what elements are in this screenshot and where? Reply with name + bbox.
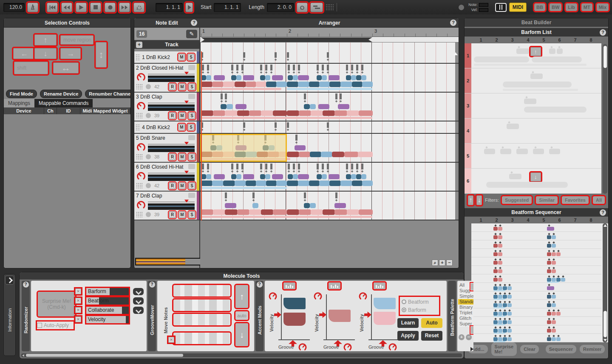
note-pill[interactable] (236, 174, 241, 179)
note-bar[interactable] (309, 82, 320, 87)
note-bar[interactable] (359, 110, 373, 116)
note-pill[interactable] (214, 174, 225, 179)
slider-marker[interactable] (184, 171, 189, 174)
loop-range-row[interactable] (200, 37, 459, 42)
track-options-button[interactable] (188, 193, 195, 198)
minimap-thumb[interactable] (136, 259, 185, 265)
arrangement-minimap[interactable] (135, 258, 207, 265)
note-tick[interactable] (322, 164, 324, 172)
beatform-icon-blue4[interactable] (493, 327, 512, 333)
note-bar[interactable] (299, 152, 310, 157)
track-options-button[interactable] (188, 164, 195, 169)
expand-vertical-button[interactable]: ↕ (96, 42, 107, 68)
note-pill[interactable] (265, 75, 270, 80)
track-mute-button[interactable]: M (179, 154, 185, 160)
slider-marker[interactable] (184, 200, 189, 203)
track-record-button[interactable]: R (169, 84, 176, 90)
loop-jump-button[interactable] (133, 3, 144, 12)
randomizer-slider-barform[interactable]: Barform (86, 288, 129, 295)
sequencer-row-6[interactable] (471, 266, 601, 274)
note-tick[interactable] (270, 65, 272, 73)
note-pill[interactable] (334, 203, 346, 208)
randomizer-slider-collaborate[interactable]: Collaborate (86, 307, 129, 314)
track-solo-button[interactable]: S (189, 212, 195, 218)
renumber-channel-button[interactable]: Renumber Channel (85, 90, 131, 98)
note-bar[interactable] (225, 110, 237, 116)
learn-button[interactable]: Learn (397, 318, 419, 328)
beatform-icon-blue3[interactable] (547, 335, 566, 342)
beatform-icon-red3[interactable] (547, 310, 566, 316)
palette-item-binary[interactable]: Binary (458, 305, 473, 310)
barform-row-5[interactable]: 5 (465, 144, 601, 169)
track-velocity-slider[interactable] (148, 170, 195, 181)
note-tick[interactable] (356, 164, 358, 172)
mode-button-bw[interactable]: BW (550, 3, 561, 11)
note-pill[interactable] (293, 75, 298, 80)
arranger-track-row-5[interactable] (200, 134, 459, 163)
note-tick[interactable] (260, 65, 262, 73)
start-field[interactable]: 1. 1. 1 (214, 3, 241, 12)
track-solo-button[interactable]: S (189, 183, 195, 189)
track-knob[interactable] (136, 72, 146, 84)
note-tick[interactable] (293, 164, 295, 172)
note-pill[interactable] (356, 174, 361, 179)
note-bar[interactable] (273, 110, 287, 116)
note-bar[interactable] (311, 209, 323, 215)
note-bar[interactable] (309, 181, 320, 186)
note-pill[interactable] (236, 75, 241, 80)
note-bar[interactable] (310, 152, 321, 157)
note-bar[interactable] (256, 82, 266, 87)
note-tick[interactable] (236, 65, 238, 73)
note-tick[interactable] (351, 65, 353, 73)
beatform-icon-purple1[interactable] (547, 225, 566, 231)
note-pill[interactable] (329, 174, 340, 179)
note-pill[interactable] (304, 104, 310, 109)
note-tick[interactable] (327, 164, 329, 172)
note-pill[interactable] (298, 75, 309, 80)
track-velocity-slider[interactable] (148, 71, 195, 82)
reset-button[interactable]: Reset (421, 331, 442, 341)
note-tick[interactable] (225, 93, 227, 102)
note-pill[interactable] (346, 75, 351, 80)
track-record-button[interactable]: R (169, 183, 176, 189)
shift-button[interactable]: shift (14, 62, 48, 74)
slider-marker[interactable] (184, 72, 189, 75)
skip-to-start-button[interactable] (47, 3, 58, 12)
tab-mappable-commands[interactable]: Mappable Commands (34, 99, 93, 107)
move-region-button[interactable]: move region (60, 35, 94, 45)
track-mute-button[interactable]: M (179, 183, 185, 189)
note-bar[interactable] (212, 82, 224, 87)
move-notes-strip-3[interactable] (173, 314, 230, 325)
note-pill[interactable] (346, 174, 351, 179)
note-tick[interactable] (243, 52, 245, 61)
sequencer-row-14[interactable] (471, 334, 601, 342)
expand-horizontal-button[interactable]: ↔ (53, 62, 79, 73)
randomizer-x-checkbox-collaborate[interactable]: ✕ (75, 307, 81, 313)
randomizer-x-checkbox-velocity[interactable]: ✕ (75, 316, 81, 322)
note-bar[interactable] (344, 152, 358, 157)
beatform-sequencer-help-icon[interactable]: ? (600, 209, 606, 216)
slider-bar[interactable] (148, 146, 195, 152)
palette-up-button[interactable] (471, 283, 473, 290)
fast-forward-button[interactable] (119, 3, 130, 12)
note-bar[interactable] (223, 82, 235, 87)
note-pill[interactable] (227, 104, 232, 109)
track-drag-handle[interactable] (136, 183, 142, 189)
track-knob[interactable] (136, 101, 146, 113)
note-bar[interactable] (362, 181, 373, 186)
accent-block[interactable] (374, 312, 396, 325)
note-tick[interactable] (260, 164, 262, 172)
note-pill[interactable] (351, 174, 356, 179)
beatform-icon-red2[interactable] (493, 276, 512, 282)
track-solo-button[interactable]: S (189, 113, 195, 119)
note-bar[interactable] (298, 82, 309, 87)
note-bar[interactable] (358, 152, 373, 157)
rename-device-button[interactable]: Rename Device (40, 90, 82, 98)
note-bar[interactable] (261, 110, 273, 116)
note-pill[interactable] (231, 174, 236, 179)
note-bar[interactable] (287, 209, 299, 215)
note-bar[interactable] (273, 209, 287, 215)
filter-similar-button[interactable]: Similar (536, 196, 558, 204)
barform-scrollbar[interactable] (603, 44, 607, 194)
arranger-track-row-3[interactable] (200, 93, 459, 121)
